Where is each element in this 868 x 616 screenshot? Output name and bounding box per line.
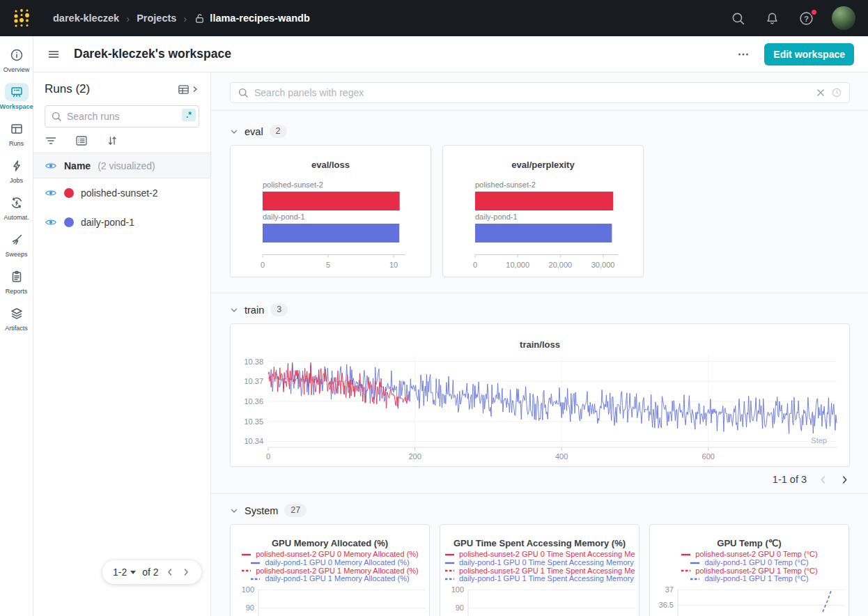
breadcrumb-project[interactable]: llama-recipes-wandb <box>210 13 309 24</box>
svg-text:10,000: 10,000 <box>506 261 529 269</box>
search-icon <box>51 111 62 122</box>
next-page-icon[interactable] <box>181 567 191 577</box>
visibility-eye-icon[interactable] <box>45 187 57 199</box>
chart-title: eval/perplexity <box>511 160 574 170</box>
svg-text:37: 37 <box>665 585 674 594</box>
panel-eval-perplexity[interactable]: eval/perplexity polished-sunset-2daily-p… <box>442 145 644 277</box>
breadcrumb-projects[interactable]: Projects <box>137 13 176 24</box>
caret-down-icon <box>130 571 136 574</box>
chevron-down-icon[interactable] <box>230 507 238 515</box>
group-list-icon[interactable] <box>75 134 88 147</box>
panel-gpu-memory-allocated[interactable]: GPU Memory Allocated (%) polished-sunset… <box>230 524 430 616</box>
top-navbar: darek-kleczek › Projects › llama-recipes… <box>0 0 868 36</box>
svg-text:400: 400 <box>555 452 568 461</box>
legend-marker <box>444 553 456 557</box>
legend-label: daily-pond-1 GPU 0 Temp (°C) <box>704 559 808 567</box>
sidebar-item-label: Sweeps <box>5 251 27 258</box>
legend-item[interactable]: polished-sunset-2 GPU 0 Time Spent Acces… <box>444 550 635 559</box>
legend-item[interactable]: daily-pond-1 GPU 1 Time Spent Accessing … <box>444 575 635 583</box>
avatar[interactable] <box>832 6 855 30</box>
legend-item[interactable]: polished-sunset-2 GPU 1 Time Spent Acces… <box>444 567 635 576</box>
table-icon <box>5 120 29 138</box>
section-eval-header[interactable]: eval 2 <box>230 125 850 138</box>
svg-text:10: 10 <box>389 261 398 269</box>
runs-pagination: 1-2 of 2 <box>102 560 201 584</box>
legend-label: polished-sunset-2 GPU 1 Memory Allocated… <box>256 567 419 576</box>
legend-marker <box>241 553 252 557</box>
help-icon[interactable]: ? <box>799 11 814 26</box>
menu-icon[interactable] <box>47 48 60 61</box>
chart-legend: polished-sunset-2 GPU 0 Time Spent Acces… <box>440 550 639 583</box>
sidebar-item-automations[interactable]: Automat. <box>0 190 33 226</box>
sidebar-item-runs[interactable]: Runs <box>0 116 33 153</box>
visualized-count: (2 visualized) <box>98 160 155 171</box>
svg-text:?: ? <box>804 14 809 22</box>
clear-search-icon[interactable] <box>816 88 826 98</box>
search-icon[interactable] <box>731 11 745 26</box>
chevron-down-icon[interactable] <box>230 128 238 136</box>
panel-gpu-temp[interactable]: GPU Temp (℃) polished-sunset-2 GPU 0 Tem… <box>649 524 849 616</box>
wandb-logo[interactable] <box>10 6 33 30</box>
search-runs-input[interactable] <box>45 105 199 128</box>
lightning-icon <box>5 157 29 175</box>
run-row-polished-sunset-2[interactable]: polished-sunset-2 <box>33 178 210 208</box>
svg-text:600: 600 <box>702 452 715 461</box>
section-train-header[interactable]: train 3 <box>230 303 850 316</box>
history-icon[interactable] <box>831 87 842 98</box>
column-name-label[interactable]: Name <box>64 160 91 171</box>
legend-item[interactable]: daily-pond-1 GPU 1 Temp (°C) <box>690 575 808 583</box>
prev-page-icon <box>818 475 828 485</box>
search-panels-input[interactable] <box>254 87 810 98</box>
chevron-down-icon[interactable] <box>230 306 238 314</box>
edit-workspace-button[interactable]: Edit workspace <box>764 43 854 66</box>
visibility-eye-icon[interactable] <box>45 216 57 229</box>
panel-gpu-time-accessing-memory[interactable]: GPU Time Spent Accessing Memory (%) poli… <box>440 524 640 616</box>
sidebar-item-artifacts[interactable]: Artifacts <box>0 300 33 337</box>
run-name[interactable]: daily-pond-1 <box>81 217 134 228</box>
run-name[interactable]: polished-sunset-2 <box>81 187 158 199</box>
breadcrumb-user[interactable]: darek-kleczek <box>53 13 119 24</box>
next-page-icon[interactable] <box>839 475 850 485</box>
legend-item[interactable]: daily-pond-1 GPU 1 Memory Allocated (%) <box>250 575 409 583</box>
regex-toggle[interactable]: .* <box>182 109 196 121</box>
section-count-badge: 3 <box>270 303 288 316</box>
prev-page-icon[interactable] <box>165 567 175 577</box>
workspace-header: Darek-kleczek's workspace Edit workspace <box>33 36 868 72</box>
runs-table-expand-button[interactable] <box>177 83 199 96</box>
legend-marker <box>444 561 456 565</box>
legend-item[interactable]: daily-pond-1 GPU 0 Temp (°C) <box>690 559 808 567</box>
sidebar-item-label: Reports <box>6 288 28 295</box>
page-range-dropdown[interactable]: 1-2 <box>113 567 136 578</box>
run-row-daily-pond-1[interactable]: daily-pond-1 <box>33 208 210 237</box>
sidebar-item-reports[interactable]: Reports <box>0 263 33 300</box>
sidebar-item-workspace[interactable]: Workspace <box>0 79 33 116</box>
sidebar-item-sweeps[interactable]: Sweeps <box>0 226 33 263</box>
visibility-eye-icon[interactable] <box>45 160 57 172</box>
panel-eval-loss[interactable]: eval/loss polished-sunset-2daily-pond-10… <box>230 145 431 277</box>
svg-text:10.35: 10.35 <box>244 417 263 426</box>
section-name[interactable]: System <box>245 505 278 516</box>
bar-polished-sunset-2 <box>475 192 613 210</box>
section-system-header[interactable]: System 27 <box>230 504 850 517</box>
legend-label: polished-sunset-2 GPU 1 Time Spent Acces… <box>459 567 635 576</box>
layers-icon <box>5 305 29 323</box>
sidebar-item-jobs[interactable]: Jobs <box>0 153 33 190</box>
section-name[interactable]: eval <box>245 126 263 137</box>
section-count-badge: 2 <box>270 125 287 138</box>
legend-item[interactable]: polished-sunset-2 GPU 0 Temp (°C) <box>681 550 817 559</box>
sort-icon[interactable] <box>106 134 118 147</box>
filter-icon[interactable] <box>45 134 57 147</box>
legend-label: daily-pond-1 GPU 0 Memory Allocated (%) <box>265 559 409 567</box>
legend-item[interactable]: polished-sunset-2 GPU 1 Memory Allocated… <box>241 567 419 576</box>
more-options-icon[interactable] <box>735 49 752 59</box>
panel-train-loss[interactable]: train/loss 10.3410.3510.3610.3710.380200… <box>230 323 850 467</box>
legend-item[interactable]: polished-sunset-2 GPU 0 Memory Allocated… <box>241 550 419 559</box>
bar-series-label: polished-sunset-2 <box>263 180 323 189</box>
notifications-bell-icon[interactable] <box>765 11 780 26</box>
sidebar-item-overview[interactable]: Overview <box>0 42 33 79</box>
legend-item[interactable]: polished-sunset-2 GPU 1 Temp (°C) <box>681 567 817 576</box>
legend-label: daily-pond-1 GPU 1 Temp (°C) <box>704 575 808 583</box>
legend-item[interactable]: daily-pond-1 GPU 0 Time Spent Accessing … <box>444 559 635 567</box>
legend-item[interactable]: daily-pond-1 GPU 0 Memory Allocated (%) <box>250 559 409 567</box>
section-name[interactable]: train <box>245 305 264 316</box>
